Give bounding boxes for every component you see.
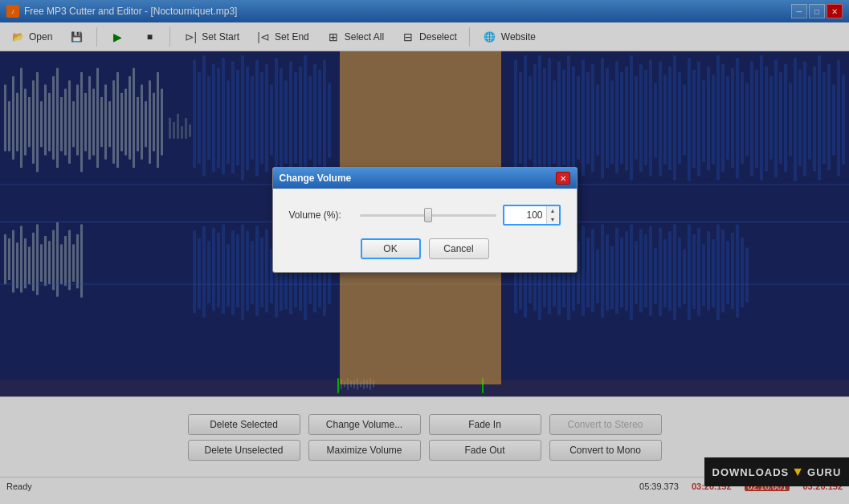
spinner-down-button[interactable]: ▼ — [547, 215, 559, 224]
volume-spinner: ▲ ▼ — [546, 206, 559, 224]
change-volume-dialog: Change Volume ✕ Volume (%): ▲ ▼ — [272, 167, 578, 273]
dialog-close-button[interactable]: ✕ — [556, 172, 570, 185]
volume-input-group[interactable]: ▲ ▼ — [503, 205, 561, 226]
volume-input[interactable] — [504, 206, 546, 224]
dialog-body: Volume (%): ▲ ▼ OK Cancel — [273, 189, 577, 272]
dialog-title: Change Volume — [280, 173, 352, 184]
cancel-button[interactable]: Cancel — [429, 238, 489, 259]
dialog-titlebar: Change Volume ✕ — [273, 168, 577, 189]
spinner-up-button[interactable]: ▲ — [547, 206, 559, 215]
volume-row: Volume (%): ▲ ▼ — [289, 205, 561, 226]
volume-label: Volume (%): — [289, 209, 353, 221]
slider-thumb[interactable] — [424, 208, 432, 222]
dialog-buttons: OK Cancel — [289, 238, 561, 259]
ok-button[interactable]: OK — [361, 238, 421, 259]
modal-overlay: Change Volume ✕ Volume (%): ▲ ▼ — [0, 0, 849, 504]
slider-track — [360, 214, 496, 217]
volume-slider-container[interactable] — [360, 207, 496, 223]
